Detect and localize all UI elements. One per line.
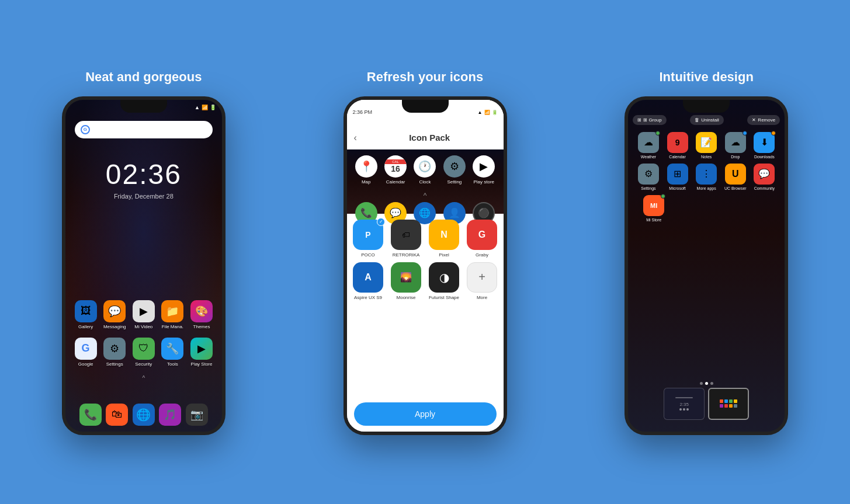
remove-btn[interactable]: ✕ Remove	[747, 115, 780, 125]
panel-1: Neat and gorgeous ▲ 📶 🔋 G 02:36 Friday, …	[12, 69, 276, 435]
poco-icon: P ✓	[353, 220, 383, 250]
icon-setting[interactable]: ⚙ Setting	[442, 155, 467, 185]
app-community[interactable]: 💬 Community	[750, 164, 778, 190]
x-icon: ✕	[752, 117, 756, 123]
dock-shopping[interactable]: 🛍	[103, 404, 130, 426]
google-label: Google	[78, 362, 93, 367]
more-apps-label: More apps	[697, 186, 716, 190]
theme-graby[interactable]: G Graby	[466, 220, 499, 258]
app-playstore[interactable]: ▶ Play Store	[188, 338, 216, 367]
app-messaging[interactable]: 💬 Messaging	[100, 300, 129, 329]
playstore-label: Play Store	[191, 362, 213, 367]
app-security[interactable]: 🛡 Security	[130, 338, 158, 367]
downloads-label: Downloads	[754, 155, 775, 159]
graby-label: Graby	[476, 252, 488, 258]
panel-2: Refresh your icons 2:36 PM ▲ 📶 🔋 ‹ Icon …	[293, 69, 557, 435]
app-settings-3[interactable]: ⚙ Settings	[634, 164, 662, 190]
app-filemanager[interactable]: 📁 File Mana.	[158, 300, 186, 329]
uninstall-btn[interactable]: 🗑 Uninstall	[690, 115, 724, 125]
theme-aspire[interactable]: A Aspire UX S9	[352, 262, 385, 300]
mistore-icon: MI	[643, 195, 664, 216]
status-icons-1: ▲ 📶 🔋	[195, 105, 216, 110]
chevron-up[interactable]: ^	[352, 189, 499, 202]
weather-badge	[655, 131, 660, 135]
wifi-icon: ▲	[195, 105, 200, 110]
icon-playstore[interactable]: ▶ Play store	[471, 155, 497, 185]
app-more-apps[interactable]: ⋮ More apps	[692, 164, 720, 190]
futurist-icon: ◑	[429, 262, 459, 293]
google-logo: G	[81, 125, 90, 134]
remove-label: Remove	[758, 117, 775, 123]
google-icon: G	[75, 338, 97, 360]
theme-poco[interactable]: P ✓ POCO	[352, 220, 385, 258]
icon-map[interactable]: 📍 Map	[353, 155, 379, 185]
music-icon: 🎵	[159, 404, 181, 426]
group-btn[interactable]: ⊞ ⊞ Group	[633, 115, 666, 125]
tg2	[724, 399, 728, 403]
tg1	[720, 399, 723, 403]
mistore-label: Mi Store	[646, 218, 661, 222]
gallery-label: Gallery	[78, 324, 93, 329]
phone-1: ▲ 📶 🔋 G 02:36 Friday, December 28 🖼 Gall…	[62, 96, 225, 435]
dock-browser[interactable]: 🌐	[130, 404, 157, 426]
theme-moonrise[interactable]: 🌄 Moonrise	[390, 262, 423, 300]
app-calendar-3[interactable]: 9 Calendar	[664, 132, 692, 159]
drop-label: Drop	[731, 155, 740, 159]
phone-2-header: ‹ Icon Pack	[347, 116, 504, 150]
tools-icon: 🔧	[161, 338, 183, 360]
mivideo-label: Mi Video	[134, 324, 152, 329]
microsoft-label: Microsoft	[669, 186, 685, 190]
clock-date: Friday, December 28	[65, 193, 222, 200]
panel-3-title: Intuitive design	[660, 69, 754, 85]
setting-label: Setting	[447, 179, 462, 185]
app-google[interactable]: G Google	[72, 338, 100, 367]
app-mivideo[interactable]: ▶ Mi Video	[130, 300, 158, 329]
icon-clock[interactable]: 🕐 Clock	[412, 155, 438, 185]
app-themes[interactable]: 🎨 Themes	[188, 300, 216, 329]
microsoft-icon: ⊞	[667, 164, 688, 185]
theme-pixel[interactable]: N Pixel	[428, 220, 461, 258]
settings-label: Settings	[106, 362, 123, 367]
app-row-1: 🖼 Gallery 💬 Messaging ▶ Mi Video 📁 File …	[71, 300, 216, 329]
app-downloads[interactable]: ⬇ Downloads	[750, 132, 778, 159]
thumb-time: 2:35	[679, 402, 689, 407]
dock-music[interactable]: 🎵	[157, 404, 184, 426]
notes-icon: 📝	[696, 132, 717, 153]
app-drop[interactable]: ☁ Drop	[721, 132, 750, 159]
weather-label: Weather	[641, 155, 656, 159]
phone-2-signal: 📶	[484, 110, 490, 115]
search-bar[interactable]: G	[75, 121, 213, 138]
theme-futurist[interactable]: ◑ Futurist Shape	[428, 262, 461, 300]
app-mistore[interactable]: MI Mi Store	[640, 195, 668, 222]
panel-3: Intuitive design ⊞ ⊞ Group 🗑 Uninstall ✕…	[574, 69, 838, 435]
theme-more[interactable]: + More	[466, 262, 499, 300]
theme-retrorika[interactable]: 🏷 RETRORIKA	[390, 220, 423, 258]
wallpaper-section: 📍 Map CAL 16 Calendar	[347, 150, 504, 214]
back-arrow[interactable]: ‹	[354, 133, 357, 143]
dock-phone[interactable]: 📞	[77, 404, 104, 426]
uninstall-label: Uninstall	[701, 117, 719, 123]
playstore-label-2: Play store	[473, 179, 494, 185]
trash-icon: 🗑	[695, 117, 699, 123]
ucbrowser-label: UC Browser	[724, 186, 747, 190]
app-gallery[interactable]: 🖼 Gallery	[72, 300, 100, 329]
dock-camera[interactable]: 📷	[183, 404, 210, 426]
thumb-1[interactable]: 2:35	[664, 388, 705, 420]
app-ucbrowser[interactable]: U UC Browser	[721, 164, 750, 190]
app-tools[interactable]: 🔧 Tools	[158, 338, 186, 367]
header-title: Icon Pack	[363, 133, 497, 142]
app-microsoft[interactable]: ⊞ Microsoft	[664, 164, 692, 190]
moonrise-icon: 🌄	[391, 262, 421, 293]
apply-button[interactable]: Apply	[354, 402, 497, 426]
app-settings[interactable]: ⚙ Settings	[100, 338, 129, 367]
more-label: More	[477, 295, 487, 300]
calendar-label: Calendar	[386, 179, 405, 185]
phone-3: ⊞ ⊞ Group 🗑 Uninstall ✕ Remove	[625, 96, 788, 435]
tools-label: Tools	[167, 362, 178, 367]
phone-2-time: 2:36 PM	[353, 109, 373, 115]
app-notes[interactable]: 📝 Notes	[692, 132, 720, 159]
app-weather[interactable]: ☁ Weather	[634, 132, 662, 159]
icon-calendar[interactable]: CAL 16 Calendar	[383, 155, 408, 185]
aspire-icon: A	[353, 262, 383, 293]
thumb-2[interactable]	[708, 388, 749, 420]
